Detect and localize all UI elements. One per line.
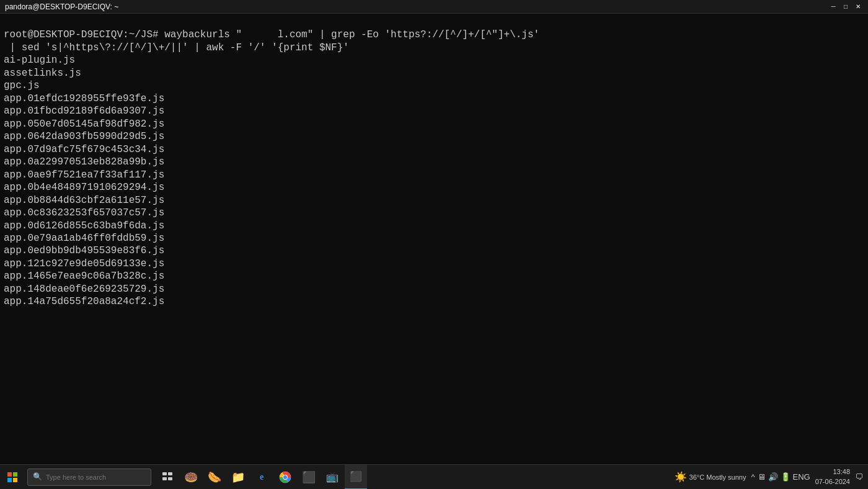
chevron-up-icon[interactable]: ^ [751,472,755,482]
output-line: app.121c927e9de05d69133e.js [4,258,864,270]
output-line: app.0ae9f7521ea7f33af117.js [4,169,864,181]
command-line: root@DESKTOP-D9ECIQV:~/JS# waybackurls "… [4,29,539,53]
title-bar: pandora@DESKTOP-D9ECIQV: ~ ─ □ ✕ [0,0,868,14]
output-line: app.07d9afc75f679c453c34.js [4,143,864,156]
weather-widget: ☀️ 36°C Mostly sunny [675,471,746,483]
output-line: app.0c83623253f657037c57.js [4,207,864,219]
svg-rect-5 [168,472,172,475]
file-explorer-icon[interactable]: 📁 [227,465,249,490]
search-input[interactable] [46,473,139,481]
maximize-button[interactable]: □ [841,2,851,12]
output-line: app.14a75d655f20a8a24cf2.js [4,295,864,308]
window-controls: ─ □ ✕ [828,2,863,12]
notification-icon[interactable]: 🗨 [855,472,863,482]
network-icon[interactable]: 🖥 [758,472,766,482]
svg-rect-1 [13,472,17,477]
taskbar-right-area: ☀️ 36°C Mostly sunny ^ 🖥 🔊 🔋 ENG 13:48 0… [675,467,868,487]
svg-rect-4 [162,472,167,475]
taskbar: 🔍 🍩 🌭 📁 e [0,464,868,489]
taskbar-app-icons: 🍩 🌭 📁 e ⬛ 📺 ⬛ [156,465,367,490]
output-line: app.0642da903fb5990d29d5.js [4,130,864,143]
output-line: app.1465e7eae9c06a7b328c.js [4,270,864,282]
terminal-output: root@DESKTOP-D9ECIQV:~/JS# waybackurls "… [0,14,868,464]
svg-rect-6 [162,477,167,480]
chrome-icon[interactable] [274,465,296,490]
app-icon-donut[interactable]: 🍩 [180,465,202,490]
app-icon-hotdog[interactable]: 🌭 [203,465,226,490]
output-line: app.050e7d05145af98df982.js [4,118,864,130]
svg-rect-3 [13,478,17,482]
weather-icon: ☀️ [675,471,687,483]
task-view-button[interactable] [156,465,179,490]
svg-rect-2 [7,478,12,482]
output-line: app.0a229970513eb828a99b.js [4,156,864,168]
output-line: ai-plugin.js [4,54,864,66]
system-tray: ^ 🖥 🔊 🔋 ENG [751,472,810,482]
clock-date: 07-06-2024 [815,477,850,487]
output-line: app.0d6126d855c63ba9f6da.js [4,220,864,232]
weather-text: 36°C Mostly sunny [689,473,746,481]
taskbar-search-box[interactable]: 🔍 [27,469,151,486]
lang-label[interactable]: ENG [793,472,810,482]
output-line: app.0ed9bb9db495539e83f6.js [4,244,864,257]
minimize-button[interactable]: ─ [828,2,838,12]
output-line: gpc.js [4,79,864,92]
output-line: app.01efdc1928955ffe93fe.js [4,92,864,105]
sound-icon[interactable]: 🔊 [768,472,778,482]
search-icon: 🔍 [33,472,42,482]
window-title: pandora@DESKTOP-D9ECIQV: ~ [5,2,118,11]
svg-rect-0 [7,472,12,477]
output-line: app.0e79aa1ab46ff0fddb59.js [4,232,864,244]
battery-icon[interactable]: 🔋 [781,472,790,482]
close-button[interactable]: ✕ [853,2,863,12]
clock-time: 13:48 [833,467,850,477]
output-container: ai-plugin.jsassetlinks.jsgpc.jsapp.01efd… [4,54,864,308]
start-button[interactable] [0,465,25,490]
svg-point-10 [283,475,287,479]
app-icon-media[interactable]: 📺 [321,465,343,490]
output-line: app.0b8844d63cbf2a611e57.js [4,194,864,207]
app-icon-red[interactable]: ⬛ [298,465,320,490]
edge-icon[interactable]: e [250,465,273,490]
output-line: app.01fbcd92189f6d6a9307.js [4,105,864,117]
output-line: assetlinks.js [4,67,864,79]
terminal-app-icon[interactable]: ⬛ [345,465,367,490]
taskbar-clock[interactable]: 13:48 07-06-2024 [815,467,850,487]
output-line: app.0b4e4848971910629294.js [4,181,864,194]
svg-rect-7 [168,477,172,480]
output-line: app.148deae0f6e269235729.js [4,283,864,295]
